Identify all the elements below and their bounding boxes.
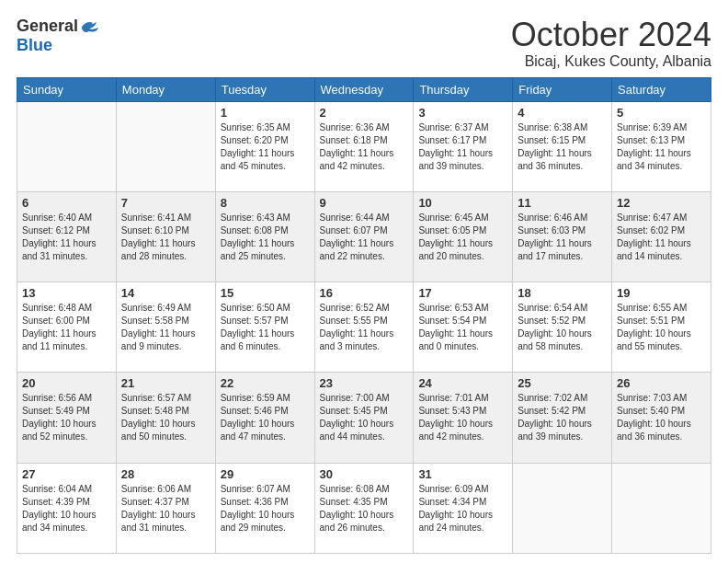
cell-info: Sunrise: 6:38 AM Sunset: 6:15 PM Dayligh… [518, 121, 607, 173]
calendar-cell: 29Sunrise: 6:07 AM Sunset: 4:36 PM Dayli… [215, 463, 314, 553]
calendar-cell [17, 101, 117, 191]
calendar-cell: 13Sunrise: 6:48 AM Sunset: 6:00 PM Dayli… [17, 282, 117, 373]
day-number: 23 [320, 376, 409, 390]
day-number: 6 [22, 196, 111, 210]
header: General Blue October 2024 Bicaj, Kukes C… [17, 17, 711, 70]
header-monday: Monday [116, 77, 215, 101]
day-number: 20 [22, 376, 111, 390]
cell-info: Sunrise: 6:45 AM Sunset: 6:05 PM Dayligh… [418, 212, 507, 263]
cell-info: Sunrise: 6:40 AM Sunset: 6:12 PM Dayligh… [22, 212, 111, 263]
day-number: 9 [320, 196, 409, 210]
cell-info: Sunrise: 6:59 AM Sunset: 5:46 PM Dayligh… [221, 392, 310, 443]
calendar-cell: 3Sunrise: 6:37 AM Sunset: 6:17 PM Daylig… [414, 101, 513, 191]
day-number: 29 [221, 467, 310, 481]
calendar-week-row: 1Sunrise: 6:35 AM Sunset: 6:20 PM Daylig… [17, 101, 711, 191]
month-title: October 2024 [511, 17, 711, 53]
calendar-cell: 2Sunrise: 6:36 AM Sunset: 6:18 PM Daylig… [314, 101, 414, 191]
cell-info: Sunrise: 7:02 AM Sunset: 5:42 PM Dayligh… [518, 392, 607, 443]
logo-blue-text: Blue [17, 36, 52, 55]
calendar-cell [612, 463, 711, 553]
calendar-cell: 31Sunrise: 6:09 AM Sunset: 4:34 PM Dayli… [414, 463, 513, 553]
day-number: 25 [518, 376, 607, 390]
calendar-cell [116, 101, 215, 191]
cell-info: Sunrise: 6:56 AM Sunset: 5:49 PM Dayligh… [22, 392, 111, 443]
cell-info: Sunrise: 6:44 AM Sunset: 6:07 PM Dayligh… [320, 212, 409, 263]
page: General Blue October 2024 Bicaj, Kukes C… [0, 0, 728, 563]
calendar-cell: 24Sunrise: 7:01 AM Sunset: 5:43 PM Dayli… [414, 373, 513, 463]
cell-info: Sunrise: 6:08 AM Sunset: 4:35 PM Dayligh… [320, 483, 409, 534]
calendar-cell: 18Sunrise: 6:54 AM Sunset: 5:52 PM Dayli… [513, 282, 612, 373]
day-number: 19 [617, 286, 706, 300]
logo-general-text: General [17, 17, 78, 36]
day-number: 1 [221, 106, 310, 120]
day-number: 12 [617, 196, 706, 210]
calendar-cell: 12Sunrise: 6:47 AM Sunset: 6:02 PM Dayli… [612, 191, 711, 282]
calendar-cell: 15Sunrise: 6:50 AM Sunset: 5:57 PM Dayli… [215, 282, 314, 373]
day-number: 21 [121, 376, 210, 390]
day-number: 10 [418, 196, 507, 210]
calendar-cell: 4Sunrise: 6:38 AM Sunset: 6:15 PM Daylig… [513, 101, 612, 191]
calendar-cell: 17Sunrise: 6:53 AM Sunset: 5:54 PM Dayli… [414, 282, 513, 373]
cell-info: Sunrise: 6:36 AM Sunset: 6:18 PM Dayligh… [320, 121, 409, 173]
cell-info: Sunrise: 7:03 AM Sunset: 5:40 PM Dayligh… [617, 392, 706, 443]
calendar-cell: 26Sunrise: 7:03 AM Sunset: 5:40 PM Dayli… [612, 373, 711, 463]
day-number: 27 [22, 467, 111, 481]
cell-info: Sunrise: 6:53 AM Sunset: 5:54 PM Dayligh… [418, 302, 507, 353]
header-friday: Friday [513, 77, 612, 101]
day-number: 14 [121, 286, 210, 300]
day-number: 8 [221, 196, 310, 210]
calendar-table: Sunday Monday Tuesday Wednesday Thursday… [17, 77, 711, 554]
calendar-cell: 11Sunrise: 6:46 AM Sunset: 6:03 PM Dayli… [513, 191, 612, 282]
cell-info: Sunrise: 6:09 AM Sunset: 4:34 PM Dayligh… [418, 483, 507, 534]
day-number: 11 [518, 196, 607, 210]
header-sunday: Sunday [17, 77, 117, 101]
cell-info: Sunrise: 6:37 AM Sunset: 6:17 PM Dayligh… [418, 121, 507, 173]
calendar-cell: 10Sunrise: 6:45 AM Sunset: 6:05 PM Dayli… [414, 191, 513, 282]
calendar-cell: 22Sunrise: 6:59 AM Sunset: 5:46 PM Dayli… [215, 373, 314, 463]
calendar-cell: 5Sunrise: 6:39 AM Sunset: 6:13 PM Daylig… [612, 101, 711, 191]
calendar-cell: 19Sunrise: 6:55 AM Sunset: 5:51 PM Dayli… [612, 282, 711, 373]
calendar-cell [513, 463, 612, 553]
cell-info: Sunrise: 7:01 AM Sunset: 5:43 PM Dayligh… [418, 392, 507, 443]
day-number: 17 [418, 286, 507, 300]
cell-info: Sunrise: 6:06 AM Sunset: 4:37 PM Dayligh… [121, 483, 210, 534]
calendar-cell: 27Sunrise: 6:04 AM Sunset: 4:39 PM Dayli… [17, 463, 117, 553]
calendar-week-row: 20Sunrise: 6:56 AM Sunset: 5:49 PM Dayli… [17, 373, 711, 463]
day-number: 2 [320, 106, 409, 120]
calendar-cell: 23Sunrise: 7:00 AM Sunset: 5:45 PM Dayli… [314, 373, 414, 463]
day-number: 7 [121, 196, 210, 210]
logo-bird-icon [80, 18, 100, 35]
calendar-cell: 16Sunrise: 6:52 AM Sunset: 5:55 PM Dayli… [314, 282, 414, 373]
day-number: 31 [418, 467, 507, 481]
day-number: 13 [22, 286, 111, 300]
calendar-cell: 25Sunrise: 7:02 AM Sunset: 5:42 PM Dayli… [513, 373, 612, 463]
cell-info: Sunrise: 6:39 AM Sunset: 6:13 PM Dayligh… [617, 121, 706, 173]
cell-info: Sunrise: 6:43 AM Sunset: 6:08 PM Dayligh… [221, 212, 310, 263]
calendar-cell: 8Sunrise: 6:43 AM Sunset: 6:08 PM Daylig… [215, 191, 314, 282]
cell-info: Sunrise: 6:41 AM Sunset: 6:10 PM Dayligh… [121, 212, 210, 263]
calendar-cell: 30Sunrise: 6:08 AM Sunset: 4:35 PM Dayli… [314, 463, 414, 553]
location-title: Bicaj, Kukes County, Albania [511, 53, 711, 70]
day-number: 30 [320, 467, 409, 481]
calendar-cell: 7Sunrise: 6:41 AM Sunset: 6:10 PM Daylig… [116, 191, 215, 282]
cell-info: Sunrise: 6:46 AM Sunset: 6:03 PM Dayligh… [518, 212, 607, 263]
day-number: 26 [617, 376, 706, 390]
cell-info: Sunrise: 6:54 AM Sunset: 5:52 PM Dayligh… [518, 302, 607, 353]
cell-info: Sunrise: 6:07 AM Sunset: 4:36 PM Dayligh… [221, 483, 310, 534]
cell-info: Sunrise: 6:47 AM Sunset: 6:02 PM Dayligh… [617, 212, 706, 263]
title-block: October 2024 Bicaj, Kukes County, Albani… [511, 17, 711, 70]
day-number: 18 [518, 286, 607, 300]
cell-info: Sunrise: 6:57 AM Sunset: 5:48 PM Dayligh… [121, 392, 210, 443]
calendar-cell: 28Sunrise: 6:06 AM Sunset: 4:37 PM Dayli… [116, 463, 215, 553]
day-number: 5 [617, 106, 706, 120]
header-thursday: Thursday [414, 77, 513, 101]
calendar-cell: 20Sunrise: 6:56 AM Sunset: 5:49 PM Dayli… [17, 373, 117, 463]
day-number: 28 [121, 467, 210, 481]
calendar-week-row: 6Sunrise: 6:40 AM Sunset: 6:12 PM Daylig… [17, 191, 711, 282]
calendar-cell: 9Sunrise: 6:44 AM Sunset: 6:07 PM Daylig… [314, 191, 414, 282]
day-number: 3 [418, 106, 507, 120]
cell-info: Sunrise: 6:04 AM Sunset: 4:39 PM Dayligh… [22, 483, 111, 534]
day-number: 4 [518, 106, 607, 120]
calendar-cell: 14Sunrise: 6:49 AM Sunset: 5:58 PM Dayli… [116, 282, 215, 373]
cell-info: Sunrise: 6:55 AM Sunset: 5:51 PM Dayligh… [617, 302, 706, 353]
